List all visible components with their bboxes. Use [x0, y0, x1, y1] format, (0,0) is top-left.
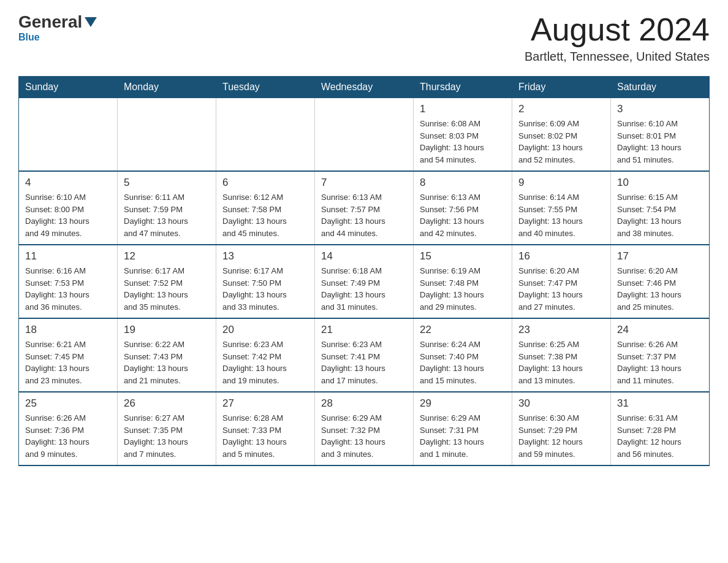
- title-section: August 2024 Bartlett, Tennessee, United …: [525, 12, 710, 64]
- calendar-day-cell: 10Sunrise: 6:15 AMSunset: 7:54 PMDayligh…: [611, 171, 710, 245]
- calendar-header: SundayMondayTuesdayWednesdayThursdayFrid…: [19, 77, 710, 98]
- day-number: 16: [518, 250, 604, 262]
- day-number: 20: [222, 324, 308, 336]
- weekday-header-cell: Sunday: [19, 77, 118, 98]
- day-number: 15: [420, 250, 506, 262]
- weekday-header-cell: Tuesday: [216, 77, 315, 98]
- weekday-header-cell: Monday: [118, 77, 216, 98]
- day-info: Sunrise: 6:08 AMSunset: 8:03 PMDaylight:…: [420, 118, 506, 166]
- day-number: 11: [25, 250, 111, 262]
- calendar-week-row: 11Sunrise: 6:16 AMSunset: 7:53 PMDayligh…: [19, 245, 710, 318]
- weekday-header-cell: Thursday: [414, 77, 512, 98]
- calendar-day-cell: 15Sunrise: 6:19 AMSunset: 7:48 PMDayligh…: [414, 245, 512, 318]
- calendar-day-cell: 29Sunrise: 6:29 AMSunset: 7:31 PMDayligh…: [414, 392, 512, 465]
- calendar-day-cell: 20Sunrise: 6:23 AMSunset: 7:42 PMDayligh…: [216, 318, 315, 392]
- day-info: Sunrise: 6:20 AMSunset: 7:47 PMDaylight:…: [518, 265, 604, 313]
- day-info: Sunrise: 6:26 AMSunset: 7:36 PMDaylight:…: [25, 412, 111, 460]
- day-number: 3: [617, 103, 703, 115]
- day-info: Sunrise: 6:11 AMSunset: 7:59 PMDaylight:…: [124, 191, 210, 239]
- day-number: 29: [420, 397, 506, 410]
- day-info: Sunrise: 6:17 AMSunset: 7:50 PMDaylight:…: [222, 265, 308, 313]
- day-info: Sunrise: 6:31 AMSunset: 7:28 PMDaylight:…: [617, 412, 703, 460]
- day-info: Sunrise: 6:15 AMSunset: 7:54 PMDaylight:…: [617, 191, 703, 239]
- day-info: Sunrise: 6:13 AMSunset: 7:56 PMDaylight:…: [420, 191, 506, 239]
- weekday-header-cell: Wednesday: [315, 77, 414, 98]
- weekday-header-cell: Saturday: [611, 77, 710, 98]
- day-number: 25: [25, 397, 111, 410]
- calendar-day-cell: 1Sunrise: 6:08 AMSunset: 8:03 PMDaylight…: [414, 98, 512, 172]
- day-info: Sunrise: 6:23 AMSunset: 7:41 PMDaylight:…: [321, 339, 407, 386]
- day-number: 8: [420, 177, 506, 189]
- weekday-header-cell: Friday: [512, 77, 611, 98]
- calendar-day-cell: 17Sunrise: 6:20 AMSunset: 7:46 PMDayligh…: [611, 245, 710, 318]
- day-info: Sunrise: 6:19 AMSunset: 7:48 PMDaylight:…: [420, 265, 506, 313]
- logo-triangle-icon: [85, 17, 97, 27]
- calendar-day-cell: 4Sunrise: 6:10 AMSunset: 8:00 PMDaylight…: [19, 171, 118, 245]
- logo-blue-text: Blue: [18, 32, 40, 43]
- calendar-day-cell: 12Sunrise: 6:17 AMSunset: 7:52 PMDayligh…: [118, 245, 216, 318]
- day-info: Sunrise: 6:12 AMSunset: 7:58 PMDaylight:…: [222, 191, 308, 239]
- calendar-week-row: 18Sunrise: 6:21 AMSunset: 7:45 PMDayligh…: [19, 318, 710, 392]
- day-number: 19: [124, 324, 210, 336]
- day-number: 18: [25, 324, 111, 336]
- calendar-day-cell: 11Sunrise: 6:16 AMSunset: 7:53 PMDayligh…: [19, 245, 118, 318]
- calendar-day-cell: 6Sunrise: 6:12 AMSunset: 7:58 PMDaylight…: [216, 171, 315, 245]
- calendar-day-cell: 13Sunrise: 6:17 AMSunset: 7:50 PMDayligh…: [216, 245, 315, 318]
- calendar-week-row: 1Sunrise: 6:08 AMSunset: 8:03 PMDaylight…: [19, 98, 710, 172]
- day-number: 31: [617, 397, 703, 410]
- day-number: 28: [321, 397, 407, 410]
- day-number: 26: [124, 397, 210, 410]
- calendar-day-cell: [315, 98, 414, 172]
- day-number: 27: [222, 397, 308, 410]
- day-info: Sunrise: 6:28 AMSunset: 7:33 PMDaylight:…: [222, 412, 308, 460]
- day-info: Sunrise: 6:23 AMSunset: 7:42 PMDaylight:…: [222, 339, 308, 386]
- calendar-day-cell: 22Sunrise: 6:24 AMSunset: 7:40 PMDayligh…: [414, 318, 512, 392]
- day-number: 2: [518, 103, 604, 115]
- day-info: Sunrise: 6:13 AMSunset: 7:57 PMDaylight:…: [321, 191, 407, 239]
- calendar-table: SundayMondayTuesdayWednesdayThursdayFrid…: [18, 76, 710, 466]
- day-info: Sunrise: 6:16 AMSunset: 7:53 PMDaylight:…: [25, 265, 111, 313]
- day-number: 14: [321, 250, 407, 262]
- day-info: Sunrise: 6:25 AMSunset: 7:38 PMDaylight:…: [518, 339, 604, 386]
- day-number: 24: [617, 324, 703, 336]
- calendar-day-cell: [19, 98, 118, 172]
- day-info: Sunrise: 6:24 AMSunset: 7:40 PMDaylight:…: [420, 339, 506, 386]
- day-number: 23: [518, 324, 604, 336]
- day-info: Sunrise: 6:30 AMSunset: 7:29 PMDaylight:…: [518, 412, 604, 460]
- calendar-day-cell: 26Sunrise: 6:27 AMSunset: 7:35 PMDayligh…: [118, 392, 216, 465]
- day-info: Sunrise: 6:29 AMSunset: 7:31 PMDaylight:…: [420, 412, 506, 460]
- day-number: 22: [420, 324, 506, 336]
- day-info: Sunrise: 6:27 AMSunset: 7:35 PMDaylight:…: [124, 412, 210, 460]
- calendar-day-cell: 9Sunrise: 6:14 AMSunset: 7:55 PMDaylight…: [512, 171, 611, 245]
- calendar-day-cell: [118, 98, 216, 172]
- weekday-header-row: SundayMondayTuesdayWednesdayThursdayFrid…: [19, 77, 710, 98]
- calendar-day-cell: 31Sunrise: 6:31 AMSunset: 7:28 PMDayligh…: [611, 392, 710, 465]
- month-title: August 2024: [525, 12, 710, 47]
- calendar-day-cell: [216, 98, 315, 172]
- calendar-day-cell: 3Sunrise: 6:10 AMSunset: 8:01 PMDaylight…: [611, 98, 710, 172]
- day-info: Sunrise: 6:18 AMSunset: 7:49 PMDaylight:…: [321, 265, 407, 313]
- day-number: 5: [124, 177, 210, 189]
- logo: General Blue: [18, 12, 97, 43]
- calendar-day-cell: 16Sunrise: 6:20 AMSunset: 7:47 PMDayligh…: [512, 245, 611, 318]
- page-header: General Blue August 2024 Bartlett, Tenne…: [18, 12, 710, 64]
- day-number: 7: [321, 177, 407, 189]
- day-info: Sunrise: 6:22 AMSunset: 7:43 PMDaylight:…: [124, 339, 210, 386]
- day-number: 30: [518, 397, 604, 410]
- calendar-day-cell: 28Sunrise: 6:29 AMSunset: 7:32 PMDayligh…: [315, 392, 414, 465]
- calendar-week-row: 4Sunrise: 6:10 AMSunset: 8:00 PMDaylight…: [19, 171, 710, 245]
- day-number: 17: [617, 250, 703, 262]
- calendar-day-cell: 27Sunrise: 6:28 AMSunset: 7:33 PMDayligh…: [216, 392, 315, 465]
- calendar-day-cell: 18Sunrise: 6:21 AMSunset: 7:45 PMDayligh…: [19, 318, 118, 392]
- day-number: 9: [518, 177, 604, 189]
- day-number: 10: [617, 177, 703, 189]
- day-info: Sunrise: 6:21 AMSunset: 7:45 PMDaylight:…: [25, 339, 111, 386]
- day-number: 12: [124, 250, 210, 262]
- calendar-day-cell: 14Sunrise: 6:18 AMSunset: 7:49 PMDayligh…: [315, 245, 414, 318]
- calendar-day-cell: 23Sunrise: 6:25 AMSunset: 7:38 PMDayligh…: [512, 318, 611, 392]
- day-number: 6: [222, 177, 308, 189]
- calendar-day-cell: 7Sunrise: 6:13 AMSunset: 7:57 PMDaylight…: [315, 171, 414, 245]
- day-number: 21: [321, 324, 407, 336]
- calendar-day-cell: 2Sunrise: 6:09 AMSunset: 8:02 PMDaylight…: [512, 98, 611, 172]
- day-info: Sunrise: 6:09 AMSunset: 8:02 PMDaylight:…: [518, 118, 604, 166]
